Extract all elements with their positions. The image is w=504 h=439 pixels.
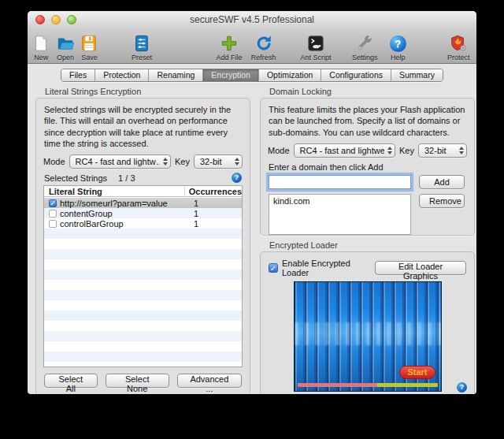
title-bar: secureSWF v4.5 Professional (28, 11, 476, 28)
key-label: Key (175, 157, 190, 166)
key-label: Key (399, 146, 414, 155)
domain-mode-select[interactable]: RC4 - fast and lightwe… (294, 143, 396, 158)
help-icon[interactable]: ? (232, 173, 242, 183)
help-icon[interactable]: ? (457, 382, 467, 392)
table-row[interactable]: controlBarGroup 1 (44, 218, 242, 229)
table-row[interactable]: ✓ http://someurl?param=value 1 (44, 198, 242, 208)
toolbar-new-button[interactable]: New (29, 34, 54, 61)
toolbar-settings-button[interactable]: Settings (347, 34, 383, 61)
advanced-button[interactable]: Advanced ... (177, 374, 242, 388)
new-document-icon (32, 34, 50, 53)
tab-protection[interactable]: Protection (95, 69, 149, 81)
select-none-button[interactable]: Select None (106, 374, 169, 388)
settings-wrench-icon (355, 34, 374, 53)
row-checkbox-unchecked[interactable] (49, 210, 57, 218)
domain-input[interactable] (269, 175, 411, 189)
toolbar: New Open Save Preset Add File Refresh (28, 28, 476, 64)
loader-preview-image: Start (294, 281, 442, 392)
encryption-key-select[interactable]: 32-bit (194, 154, 243, 169)
progress-segment-yellow (377, 383, 438, 387)
minimize-button[interactable] (51, 15, 61, 24)
domain-key-select[interactable]: 32-bit (418, 143, 467, 158)
literal-strings-panel: Literal Strings Encryption Selected stri… (35, 85, 250, 394)
toolbar-save-button[interactable]: Save (77, 34, 102, 61)
window-controls (35, 15, 76, 24)
help-question-icon: ? (388, 34, 407, 53)
toolbar-open-button[interactable]: Open (54, 34, 78, 61)
row-checkbox-checked[interactable]: ✓ (49, 199, 57, 207)
tab-encryption[interactable]: Encryption (203, 69, 259, 81)
toolbar-refresh-button[interactable]: Refresh (246, 34, 280, 61)
table-header: Literal String Occurrences (44, 186, 242, 197)
selected-strings-label: Selected Strings (44, 173, 107, 183)
select-all-button[interactable]: Select All (44, 374, 98, 388)
domain-list-item[interactable]: kindi.com (273, 196, 406, 206)
literal-strings-title: Literal Strings Encryption (45, 87, 250, 96)
open-folder-icon (56, 34, 75, 53)
mode-label: Mode (268, 146, 290, 155)
toolbar-preset-button[interactable]: Preset (130, 34, 154, 61)
stepper-arrows-icon (459, 147, 464, 154)
remove-domain-button[interactable]: Remove (419, 194, 465, 208)
stepper-arrows-icon (387, 147, 392, 154)
enable-loader-label: Enable Encrypted Loader (282, 259, 367, 277)
app-window: secureSWF v4.5 Professional New Open Sav… (28, 11, 476, 394)
close-button[interactable] (35, 15, 45, 24)
zoom-button[interactable] (67, 15, 76, 24)
enter-domain-label: Enter a domain then click Add (261, 159, 474, 173)
encrypted-loader-title: Encrypted Loader (269, 240, 475, 250)
tab-optimization[interactable]: Optimization (259, 69, 321, 81)
add-plus-icon (220, 34, 239, 53)
tab-renaming[interactable]: Renaming (149, 69, 203, 81)
ant-script-terminal-icon (306, 34, 325, 53)
refresh-arrow-icon (254, 34, 273, 53)
preset-sliders-icon (132, 34, 151, 53)
enable-loader-checkbox[interactable]: ✓ (269, 263, 278, 273)
stepper-arrows-icon (235, 158, 239, 166)
row-checkbox-unchecked[interactable] (49, 220, 57, 228)
stepper-arrows-icon (163, 158, 168, 166)
column-header-occurrences[interactable]: Occurrences (184, 187, 242, 196)
toolbar-ant-script-button[interactable]: Ant Script (295, 34, 336, 61)
right-panel: Domain Locking This feature limits the p… (260, 85, 475, 394)
domain-locking-title: Domain Locking (269, 87, 475, 96)
literal-strings-description: Selected strings will be encrypted secur… (36, 99, 250, 153)
mode-label: Mode (43, 157, 65, 166)
tab-configurations[interactable]: Configurations (321, 69, 391, 81)
toolbar-add-file-button[interactable]: Add File (212, 34, 246, 61)
table-row[interactable]: contentGroup 1 (44, 208, 242, 218)
tab-summary[interactable]: Summary (391, 69, 443, 81)
domain-list[interactable]: kindi.com (269, 194, 411, 235)
save-floppy-icon (80, 34, 98, 53)
literal-strings-table: Literal String Occurrences ✓ http://some… (43, 185, 243, 367)
encryption-mode-select[interactable]: RC4 - fast and lightw… (69, 154, 172, 169)
add-domain-button[interactable]: Add (419, 175, 465, 189)
column-header-literal-string[interactable]: Literal String (44, 187, 184, 196)
toolbar-protect-button[interactable]: Protect (441, 34, 476, 61)
preview-progress-bar (298, 383, 438, 387)
toolbar-help-button[interactable]: ? Help (386, 34, 410, 61)
tab-bar: Files Protection Renaming Encryption Opt… (28, 67, 476, 82)
domain-locking-description: This feature limits the places your Flas… (261, 99, 474, 142)
tab-files[interactable]: Files (61, 69, 95, 81)
window-title: secureSWF v4.5 Professional (190, 14, 314, 25)
selected-strings-count: 1 / 3 (118, 173, 135, 183)
edit-loader-graphics-button[interactable]: Edit Loader Graphics (375, 261, 466, 275)
protect-shield-icon (449, 34, 468, 53)
preview-start-button: Start (399, 366, 435, 379)
progress-segment-pink (298, 383, 377, 387)
